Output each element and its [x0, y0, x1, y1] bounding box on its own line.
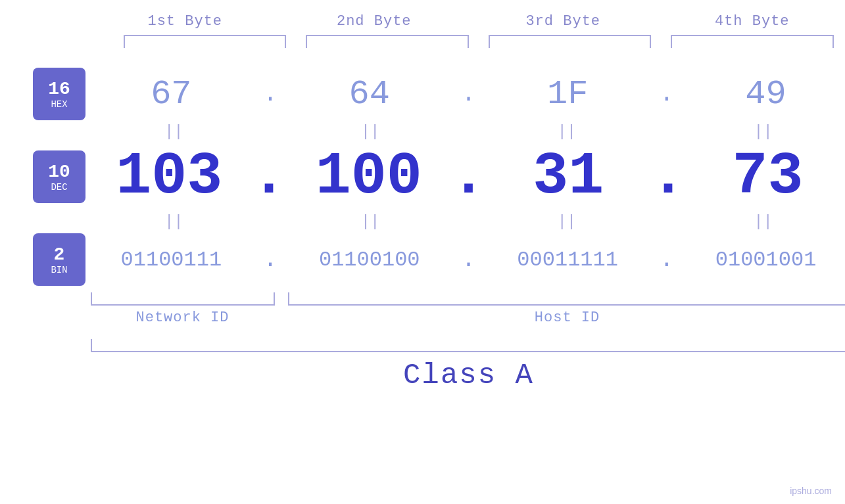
bin-val-4: 01001001	[694, 248, 838, 272]
hex-values: 67 . 64 . 1F . 49	[92, 75, 845, 114]
hex-badge-cell: 16 HEX	[26, 68, 92, 120]
bin-label: BIN	[51, 265, 67, 275]
dec-sep-1: .	[251, 143, 287, 210]
bottom-bracket-row	[91, 292, 846, 306]
hex-badge: 16 HEX	[33, 68, 85, 120]
equals-row-1: || || || ||	[0, 123, 845, 141]
hex-row: 16 HEX 67 . 64 . 1F . 49	[0, 68, 845, 120]
class-label: Class A	[91, 359, 846, 392]
hex-val-2: 64	[297, 75, 442, 114]
bin-val-3: 00011111	[495, 248, 640, 272]
dec-row: 10 DEC 103 . 100 . 31 . 73	[0, 143, 845, 210]
dec-badge-cell: 10 DEC	[26, 150, 92, 203]
byte-label-3: 3rd Byte	[469, 13, 658, 30]
eq2-1: ||	[92, 213, 256, 231]
bin-values: 01100111 . 01100100 . 00011111 . 0100100…	[92, 246, 845, 273]
dec-sep-2: .	[450, 143, 486, 210]
watermark: ipshu.com	[790, 486, 832, 496]
main-container: 1st Byte 2nd Byte 3rd Byte 4th Byte 16 H…	[0, 0, 845, 504]
eq-2: ||	[289, 123, 452, 141]
eq-1: ||	[92, 123, 256, 141]
byte-label-1: 1st Byte	[91, 13, 280, 30]
hex-sep-1: .	[257, 81, 283, 108]
label-row: Network ID Host ID	[91, 309, 846, 326]
byte-label-4: 4th Byte	[658, 13, 845, 30]
bracket-2	[306, 35, 469, 48]
bracket-1	[124, 35, 287, 48]
dec-values: 103 . 100 . 31 . 73	[92, 143, 845, 210]
dec-val-2: 100	[297, 143, 441, 210]
eq2-2: ||	[289, 213, 452, 231]
bin-sep-2: .	[455, 246, 481, 273]
bottom-section: Network ID Host ID Class A	[91, 292, 846, 392]
bin-sep-3: .	[654, 246, 680, 273]
dec-sep-3: .	[650, 143, 686, 210]
eq2-4: ||	[681, 213, 845, 231]
bin-val-1: 01100111	[99, 248, 243, 272]
equals-row-2: || || || ||	[0, 213, 845, 231]
bin-badge: 2 BIN	[33, 233, 85, 286]
dec-label: DEC	[51, 182, 67, 193]
dec-val-1: 103	[97, 143, 241, 210]
hex-val-1: 67	[99, 75, 243, 114]
full-bracket	[91, 339, 846, 352]
hex-val-4: 49	[694, 75, 838, 114]
hex-val-3: 1F	[495, 75, 640, 114]
byte-label-2: 2nd Byte	[279, 13, 469, 30]
dec-base: 10	[48, 162, 70, 182]
dec-badge: 10 DEC	[33, 150, 85, 203]
bracket-3	[489, 35, 652, 48]
hex-base: 16	[48, 79, 70, 99]
byte-labels-row: 1st Byte 2nd Byte 3rd Byte 4th Byte	[91, 13, 846, 30]
bin-badge-cell: 2 BIN	[26, 233, 92, 286]
host-id-label: Host ID	[288, 309, 846, 326]
network-bracket	[91, 292, 275, 306]
hex-sep-3: .	[654, 81, 680, 108]
eq2-3: ||	[485, 213, 649, 231]
hex-sep-2: .	[455, 81, 481, 108]
top-brackets	[124, 35, 834, 48]
bin-base: 2	[54, 244, 65, 265]
bin-row: 2 BIN 01100111 . 01100100 . 00011111 . 0…	[0, 233, 845, 286]
bin-sep-1: .	[257, 246, 283, 273]
network-id-label: Network ID	[91, 309, 275, 326]
eq-3: ||	[485, 123, 649, 141]
host-bracket	[288, 292, 846, 306]
dec-val-4: 73	[696, 143, 840, 210]
bin-val-2: 01100100	[297, 248, 442, 272]
eq-4: ||	[681, 123, 845, 141]
dec-val-3: 31	[496, 143, 640, 210]
hex-label: HEX	[51, 99, 67, 110]
bracket-4	[671, 35, 834, 48]
